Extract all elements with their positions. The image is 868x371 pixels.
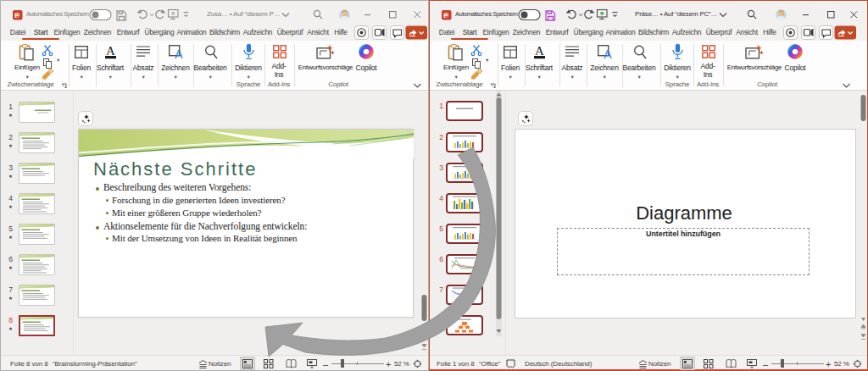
svg-text:P: P <box>443 12 448 19</box>
svg-text:A: A <box>175 47 183 59</box>
svg-text:A: A <box>604 47 612 59</box>
svg-text:A: A <box>106 44 115 58</box>
svg-text:A: A <box>535 44 544 58</box>
svg-text:P: P <box>14 12 19 19</box>
